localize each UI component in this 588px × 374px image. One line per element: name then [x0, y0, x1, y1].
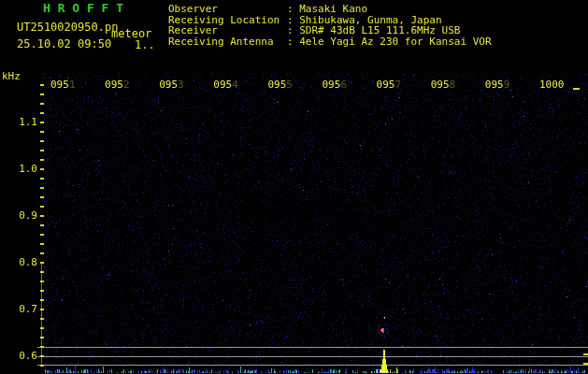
info-row: Observer: Masaki Kano — [168, 4, 492, 15]
freq-axis-tick — [40, 365, 44, 367]
freq-axis-tick — [40, 224, 44, 226]
time-tick-label: 0957 — [377, 79, 402, 91]
station-info: Observer: Masaki KanoReceiving Location:… — [168, 4, 492, 47]
time-tick-label: 0956 — [323, 79, 348, 91]
info-row-label: Receiving Antenna — [168, 36, 287, 48]
freq-axis-tick — [40, 140, 44, 142]
freq-axis-tick — [40, 168, 44, 170]
freq-axis-tick — [40, 337, 44, 338]
freq-tick-label: 1.1 — [7, 116, 37, 128]
freq-axis-tick — [40, 262, 44, 264]
info-row: Receiver: SDR# 43dB L15 111.6MHz USB — [168, 25, 492, 36]
info-row-label: Observer — [168, 4, 287, 15]
info-row: Receiving Antenna: 4ele Yagi Az 230 for … — [168, 36, 492, 48]
time-tick-label: 0953 — [159, 79, 184, 91]
freq-tick-label: 0.9 — [7, 209, 37, 222]
freq-axis-tick — [40, 243, 44, 245]
time-tick-label: 0954 — [213, 79, 238, 91]
freq-axis-tick — [40, 112, 44, 114]
time-tick-label: 0955 — [267, 79, 293, 91]
filename-label: UT2510020950.pn — [17, 22, 118, 33]
time-tick-label: 0952 — [105, 79, 130, 91]
freq-tick-label: 0.8 — [7, 256, 37, 268]
freq-tick-label: 0.6 — [7, 350, 37, 362]
time-tick-label: 0951 — [50, 79, 76, 91]
freq-axis-tick — [40, 131, 44, 133]
freq-tick-label: 1.0 — [7, 163, 37, 175]
info-row-value: : 4ele Yagi Az 230 for Kansai VOR — [287, 36, 492, 48]
freq-axis-tick — [40, 196, 44, 198]
time-tick-label: 1000 — [539, 79, 565, 91]
datetime-label: 25.10.02 09:50 — [17, 38, 111, 50]
freq-axis-tick — [40, 309, 44, 310]
hrofft-screen: H R O F F T UT2510020950.pn meteor 25.10… — [0, 0, 588, 374]
time-tick-label: 0959 — [485, 79, 510, 91]
freq-axis-tick — [40, 271, 44, 273]
freq-tick-label: 0.7 — [7, 303, 37, 315]
freq-axis-tick — [40, 234, 44, 236]
freq-axis-tick — [40, 215, 44, 217]
spectrogram-canvas — [0, 0, 588, 374]
freq-axis-tick — [40, 346, 44, 348]
counter-label: 1.. — [135, 39, 155, 50]
app-title: H R O F F T — [43, 3, 123, 14]
freq-axis-tick — [40, 355, 44, 357]
info-row-value: : Masaki Kano — [287, 4, 367, 15]
freq-axis-tick — [40, 318, 44, 320]
info-row-label: Receiver — [168, 25, 287, 36]
info-row-value: : SDR# 43dB L15 111.6MHz USB — [287, 25, 460, 36]
freq-axis-tick — [40, 178, 44, 180]
freq-axis-tick — [40, 122, 44, 123]
freq-axis-tick — [40, 252, 44, 254]
freq-axis-tick — [40, 280, 44, 282]
freq-axis-tick — [40, 84, 44, 86]
freq-axis-tick — [40, 206, 44, 208]
freq-axis-tick — [40, 327, 44, 329]
freq-axis-tick — [40, 103, 44, 105]
freq-axis-tick — [40, 159, 44, 161]
freq-axis-unit-label: kHz — [2, 71, 21, 82]
freq-axis-tick — [40, 299, 44, 301]
freq-axis-tick — [40, 94, 44, 95]
time-tick-label: 0958 — [431, 79, 456, 91]
freq-axis-tick — [40, 187, 44, 189]
freq-axis-tick — [40, 150, 44, 151]
freq-axis-tick — [40, 290, 44, 292]
